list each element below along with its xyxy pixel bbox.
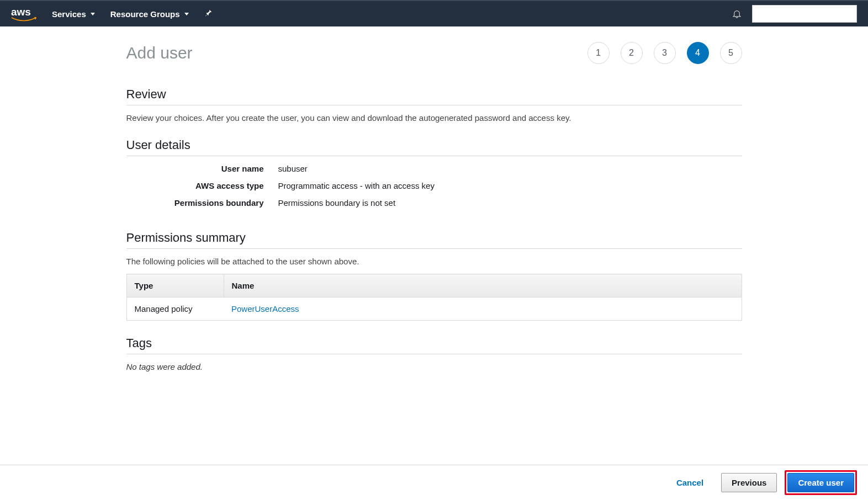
step-2[interactable]: 2 (621, 42, 643, 64)
chevron-down-icon (91, 13, 95, 15)
search-input[interactable] (752, 5, 857, 23)
step-4[interactable]: 4 (687, 42, 709, 64)
col-type: Type (126, 274, 224, 297)
main-content: Add user 1 2 3 4 5 Review Review your ch… (126, 26, 742, 438)
tags-empty: No tags were added. (126, 362, 742, 371)
aws-logo[interactable]: aws (11, 7, 36, 22)
nav-resource-groups[interactable]: Resource Groups (110, 9, 189, 19)
wizard-steps: 1 2 3 4 5 (588, 42, 742, 64)
nav-services[interactable]: Services (52, 9, 95, 19)
username-label: User name (126, 164, 278, 173)
aws-swoosh-icon (11, 17, 36, 22)
review-title: Review (126, 87, 742, 105)
access-type-label: AWS access type (126, 181, 278, 190)
detail-row-access-type: AWS access type Programmatic access - wi… (126, 181, 742, 190)
review-desc: Review your choices. After you create th… (126, 113, 742, 123)
permissions-table: Type Name Managed policy PowerUserAccess (126, 274, 742, 321)
permissions-desc: The following policies will be attached … (126, 257, 742, 266)
step-3[interactable]: 3 (654, 42, 676, 64)
page-header: Add user 1 2 3 4 5 (126, 42, 742, 64)
tags-title: Tags (126, 336, 742, 354)
topbar: aws Services Resource Groups (0, 0, 868, 26)
policy-type: Managed policy (126, 297, 224, 321)
access-type-value: Programmatic access - with an access key (278, 181, 435, 190)
detail-row-boundary: Permissions boundary Permissions boundar… (126, 198, 742, 208)
username-value: subuser (278, 164, 308, 173)
user-details-title: User details (126, 138, 742, 156)
nav-services-label: Services (52, 9, 86, 19)
step-5[interactable]: 5 (720, 42, 742, 64)
chevron-down-icon (184, 13, 189, 15)
page-title: Add user (126, 44, 193, 62)
nav-resource-groups-label: Resource Groups (110, 9, 180, 19)
step-1[interactable]: 1 (588, 42, 610, 64)
boundary-label: Permissions boundary (126, 198, 278, 208)
boundary-value: Permissions boundary is not set (278, 198, 396, 208)
topbar-right (732, 5, 857, 23)
aws-logo-text: aws (11, 7, 36, 17)
bell-icon[interactable] (732, 8, 742, 20)
detail-row-username: User name subuser (126, 164, 742, 173)
col-name: Name (224, 274, 742, 297)
table-row: Managed policy PowerUserAccess (126, 297, 742, 321)
policy-name-link[interactable]: PowerUserAccess (231, 304, 299, 313)
permissions-title: Permissions summary (126, 231, 742, 249)
pin-icon[interactable] (204, 8, 213, 19)
